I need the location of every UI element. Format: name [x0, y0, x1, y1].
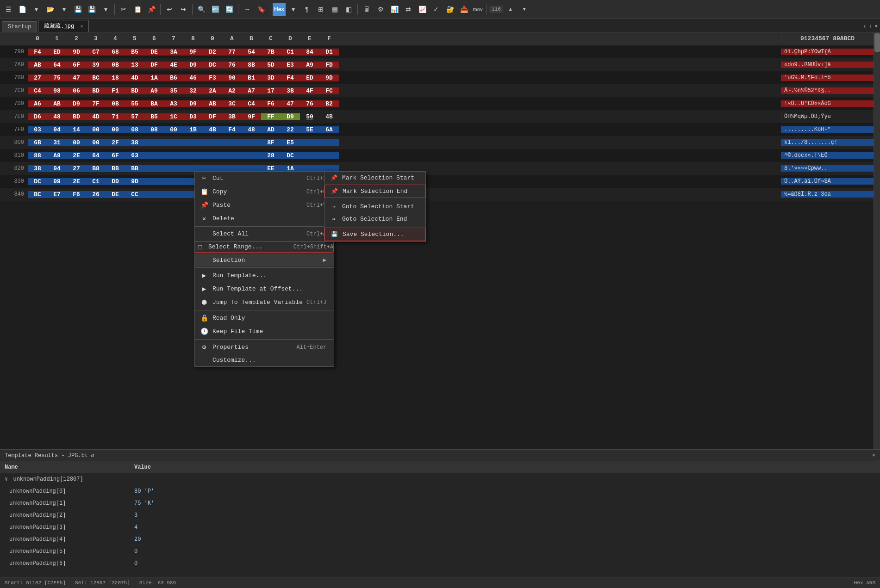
- open-button[interactable]: 📂: [44, 3, 56, 16]
- template-row[interactable]: unknownPadding[3] 4: [0, 521, 880, 533]
- compare-button[interactable]: ◧: [342, 3, 355, 16]
- ctx-select-all[interactable]: Select All Ctrl+A: [195, 228, 334, 240]
- goto-button[interactable]: →: [241, 3, 254, 16]
- hex-cell[interactable]: 54: [242, 49, 261, 56]
- stats-button[interactable]: 📈: [416, 3, 429, 16]
- columns-button[interactable]: ⊞: [314, 3, 327, 16]
- template-row[interactable]: unknownPadding[2] 3: [0, 509, 880, 521]
- hex-row: 800 6B 31 00 00 2F 38 8F: [0, 136, 874, 149]
- bookmark-button[interactable]: 🔖: [255, 3, 268, 16]
- hex-cell[interactable]: C7: [86, 49, 106, 56]
- import-button[interactable]: 📥: [457, 3, 470, 16]
- zoom-up[interactable]: ▲: [504, 3, 517, 16]
- hex-mode-button[interactable]: Hex: [273, 3, 286, 16]
- tab-jpg[interactable]: 藏藏藏.jpg ✕: [38, 20, 89, 32]
- ctx-cut[interactable]: ✂ Cut Ctrl+X: [195, 172, 334, 185]
- ctx-delete[interactable]: ✕ Delete: [195, 212, 334, 225]
- menu-button[interactable]: ☰: [2, 3, 15, 16]
- template-button[interactable]: 📊: [388, 3, 401, 16]
- save-dropdown[interactable]: ▾: [99, 3, 112, 16]
- ctx-select-range[interactable]: ⬚ Select Range... Ctrl+Shift+A: [195, 241, 334, 253]
- tab-nav[interactable]: ‹ › ▾: [863, 22, 878, 32]
- find-text-button[interactable]: 🔤: [209, 3, 222, 16]
- convert-button[interactable]: ⇄: [402, 3, 415, 16]
- hex-cell[interactable]: 7B: [261, 49, 281, 56]
- hex-cell[interactable]: 77: [222, 49, 242, 56]
- checksum-button[interactable]: ✓: [430, 3, 443, 16]
- ctx-separator: [195, 339, 334, 340]
- sub-save-selection[interactable]: 💾 Save Selection...: [325, 228, 425, 241]
- delete-icon: ✕: [200, 215, 209, 223]
- template-row[interactable]: unknownPadding[6] 0: [0, 557, 880, 569]
- ctx-copy[interactable]: 📋 Copy Ctrl+C: [195, 185, 334, 198]
- hex-cell[interactable]: 3A: [164, 49, 183, 56]
- undo-button[interactable]: ↩: [163, 3, 176, 16]
- vertical-scrollbar[interactable]: [874, 32, 880, 449]
- ctx-properties[interactable]: ⚙ Properties Alt+Enter: [195, 340, 334, 354]
- new-dropdown[interactable]: ▾: [30, 3, 43, 16]
- hex-cell[interactable]: 84: [300, 49, 319, 56]
- find-button[interactable]: 🔍: [195, 3, 208, 16]
- ctx-selection[interactable]: Selection ▶: [195, 254, 334, 266]
- hex-cell[interactable]: DE: [144, 49, 164, 56]
- hex-cell[interactable]: D2: [203, 49, 222, 56]
- new-button[interactable]: 📄: [16, 3, 29, 16]
- mark-start-icon: 📌: [329, 174, 338, 181]
- template-row[interactable]: unknownPadding[1] 75 'K': [0, 497, 880, 509]
- ctx-run-template[interactable]: ▶ Run Template...: [195, 269, 334, 282]
- hex-row: 7E0 D6 48 BD 4D 71 57 B5 1C D3 DF 3B 9F: [0, 110, 874, 123]
- hex-cell[interactable]: 9D: [67, 49, 86, 56]
- ctx-customize[interactable]: Customize...: [195, 354, 334, 366]
- ctx-run-template-offset[interactable]: ▶ Run Template at Offset...: [195, 282, 334, 296]
- tab-close-button[interactable]: ✕: [80, 24, 83, 29]
- redo-button[interactable]: ↪: [177, 3, 190, 16]
- sub-goto-sel-end[interactable]: ⇒ Goto Selection End: [325, 213, 425, 225]
- ctx-separator: [195, 226, 334, 227]
- cut-button[interactable]: ✂: [117, 3, 130, 16]
- hex-cell[interactable]: C1: [281, 49, 300, 56]
- calc-button[interactable]: 🖩: [360, 3, 373, 16]
- zoom-down[interactable]: ▼: [518, 3, 531, 16]
- copy-button[interactable]: 📋: [131, 3, 144, 16]
- template-row[interactable]: unknownPadding[0] 80 'P': [0, 485, 880, 497]
- hex-cell[interactable]: 9F: [183, 49, 203, 56]
- template-row[interactable]: unknownPadding[5] 0: [0, 545, 880, 557]
- mov-button[interactable]: mov: [471, 3, 484, 16]
- inspector-button[interactable]: ¶: [300, 3, 313, 16]
- hex-editor: 0 1 2 3 4 5 6 7 8 9 A B C D E F 0: [0, 32, 880, 588]
- panel-title: Template Results - JPG.bt: [5, 452, 88, 459]
- ctx-paste[interactable]: 📌 Paste Ctrl+V: [195, 198, 334, 212]
- script-button[interactable]: ⚙: [374, 3, 387, 16]
- sub-mark-sel-start[interactable]: 📌 Mark Selection Start: [325, 172, 425, 184]
- hex-dropdown[interactable]: ▾: [287, 3, 300, 16]
- hex-cell[interactable]: D1: [319, 49, 339, 56]
- save-button[interactable]: 💾: [71, 3, 84, 16]
- lock-icon: 🔒: [200, 314, 209, 322]
- template-row[interactable]: ∨ unknownPadding[12807]: [0, 473, 880, 485]
- sub-goto-sel-start[interactable]: ⇒ Goto Selection Start: [325, 200, 425, 213]
- ctx-readonly[interactable]: 🔒 Read Only: [195, 311, 334, 325]
- paste-button[interactable]: 📌: [145, 3, 158, 16]
- scrollbar-thumb[interactable]: [874, 33, 880, 52]
- hex-cell[interactable]: B5: [125, 49, 144, 56]
- status-sel: Sel: 12807 [3207h]: [75, 580, 130, 586]
- hex-cell[interactable]: F4: [28, 49, 47, 56]
- panel-refresh-icon[interactable]: ↺: [91, 452, 94, 459]
- status-mode: Hex ANS: [854, 580, 875, 586]
- encrypt-button[interactable]: 🔐: [443, 3, 456, 16]
- tab-startup[interactable]: Startup: [2, 21, 37, 32]
- paste-icon: 📌: [200, 201, 209, 209]
- sub-mark-sel-end[interactable]: 📌 Mark Selection End: [325, 185, 425, 198]
- ctx-keep-file-time[interactable]: 🕐 Keep File Time: [195, 325, 334, 338]
- ctx-jump-template[interactable]: ⬢ Jump To Template Variable Ctrl+J: [195, 296, 334, 309]
- save-all-button[interactable]: 💾: [85, 3, 98, 16]
- mark-end-icon: 📌: [330, 188, 339, 195]
- hex-cell[interactable]: 68: [106, 49, 125, 56]
- template-row[interactable]: unknownPadding[4] 20: [0, 533, 880, 545]
- panel-close-button[interactable]: ×: [872, 452, 875, 459]
- template-header: Name Value: [0, 461, 880, 473]
- hex-cell[interactable]: ED: [47, 49, 67, 56]
- view-button[interactable]: ▤: [328, 3, 341, 16]
- open-dropdown[interactable]: ▾: [57, 3, 70, 16]
- replace-button[interactable]: 🔄: [223, 3, 236, 16]
